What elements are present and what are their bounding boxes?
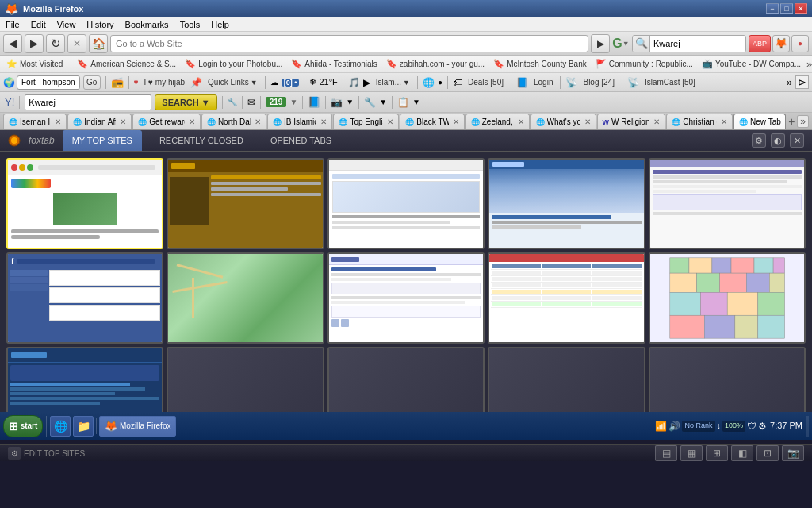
foxtab-tab-top-sites[interactable]: MY TOP SITES <box>63 130 142 151</box>
foxtab-color-button[interactable]: ◐ <box>771 133 785 148</box>
tab-close-12[interactable]: ✕ <box>785 117 786 126</box>
tab-overflow[interactable]: » <box>797 115 809 128</box>
search-engine-button[interactable]: G ▼ <box>612 35 630 52</box>
tab-close-10[interactable]: ✕ <box>653 117 660 126</box>
thumbnail-10[interactable] <box>649 252 806 344</box>
misc-tray-2[interactable]: ⚙ <box>758 421 767 432</box>
go-addon-button[interactable]: Go <box>83 75 101 90</box>
tab-christian[interactable]: 🌐 Christian ch... ✕ <box>666 114 733 129</box>
tab-close-3[interactable]: ✕ <box>189 117 195 126</box>
dropdown-arrow-2[interactable]: ▼ <box>346 98 354 106</box>
blog-btn[interactable]: Blog [24] <box>580 77 616 87</box>
deals-btn[interactable]: Deals [50] <box>465 77 506 87</box>
tab-close-1[interactable]: ✕ <box>55 117 61 126</box>
foxtab-tab-opened-tabs[interactable]: OPENED TABS <box>261 130 341 151</box>
kwarej-search-input[interactable] <box>25 94 151 110</box>
search-tools[interactable]: 🔧 <box>228 98 237 106</box>
bookmark-photobucket[interactable]: 🔖 Login to your Photobu... <box>182 58 285 70</box>
bookmark-ahiida[interactable]: 🔖 Ahiida - Testimonials <box>288 58 381 70</box>
tab-religion[interactable]: W W Religion in... ✕ <box>597 114 666 129</box>
thumbnail-5[interactable] <box>649 158 806 249</box>
search-button[interactable]: SEARCH ▼ <box>155 94 216 110</box>
taskbar-item-ie[interactable]: 🌐 <box>50 416 71 437</box>
tab-close-2[interactable]: ✕ <box>120 117 126 126</box>
home-button[interactable]: 🏠 <box>89 34 108 53</box>
network-icon[interactable]: 📶 <box>655 421 667 432</box>
search-input[interactable] <box>650 35 745 52</box>
taskbar-firefox-button[interactable]: 🦊 Mozilla Firefox <box>99 416 176 437</box>
addon-expand[interactable]: ⊳ <box>795 75 809 89</box>
menu-view[interactable]: View <box>55 20 79 29</box>
menu-file[interactable]: File <box>3 20 22 29</box>
addon-overflow[interactable]: » <box>787 76 792 88</box>
go-button[interactable]: ▶ <box>591 34 610 53</box>
bookmark-community[interactable]: 🚩 Community : Republic... <box>592 58 696 70</box>
tab-close-6[interactable]: ✕ <box>387 117 393 126</box>
stop-button[interactable]: ✕ <box>67 34 86 53</box>
thumbnail-3[interactable] <box>327 158 485 249</box>
tab-black[interactable]: 🌐 Black TWH... ✕ <box>400 114 464 129</box>
thumbnail-6[interactable]: f <box>6 252 163 344</box>
tab-north-dakota[interactable]: 🌐 North Dako... ✕ <box>201 114 266 129</box>
reload-button[interactable]: ↻ <box>46 34 65 53</box>
bookmark-youtube[interactable]: 📺 YouTube - DW Compa... <box>699 58 804 70</box>
address-bar[interactable] <box>110 35 588 52</box>
tab-close-5[interactable]: ✕ <box>320 117 327 126</box>
tab-close-11[interactable]: ✕ <box>721 117 727 126</box>
foxtab-settings-button[interactable]: ⚙ <box>752 133 766 148</box>
misc-tray-1[interactable]: 🛡 <box>747 421 756 432</box>
start-button[interactable]: ⊞ start <box>3 415 43 437</box>
tab-close-4[interactable]: ✕ <box>255 117 261 126</box>
bookmark-american-science[interactable]: 🔖 American Science & S... <box>74 58 179 70</box>
thumbnail-7[interactable] <box>167 252 324 344</box>
bookmark-most-visited[interactable]: ⭐ Most Visited <box>3 58 66 70</box>
thumbnail-1[interactable] <box>6 158 163 249</box>
foxtab-tab-recently-closed[interactable]: RECENTLY CLOSED <box>150 130 253 151</box>
dropdown-arrow-1[interactable]: ▼ <box>289 98 297 106</box>
tab-whats-your[interactable]: 🌐 What's your... ✕ <box>530 114 596 129</box>
login-btn[interactable]: Login <box>531 77 555 87</box>
restore-button[interactable]: □ <box>780 3 793 14</box>
view-btn-2[interactable]: ▦ <box>680 445 703 461</box>
view-btn-6[interactable]: 📷 <box>782 445 804 461</box>
thumbnail-2[interactable] <box>167 158 324 249</box>
view-btn-4[interactable]: ◧ <box>731 445 753 461</box>
islam-btn[interactable]: Islam... ▼ <box>373 77 412 87</box>
addon-btn-1[interactable]: 🦊 <box>772 35 790 52</box>
camera-icon[interactable]: 📷 <box>331 97 343 108</box>
view-btn-3[interactable]: ⊞ <box>706 445 728 461</box>
thumbnail-8[interactable] <box>327 252 485 344</box>
tab-top-english[interactable]: 🌐 Top English... ✕ <box>333 114 399 129</box>
bookmark-mcintosh[interactable]: 🔖 McIntosh County Bank <box>490 58 590 70</box>
menu-bookmarks[interactable]: Bookmarks <box>123 20 171 29</box>
show-desktop[interactable] <box>806 416 809 437</box>
thumbnail-4[interactable] <box>488 158 645 249</box>
menu-history[interactable]: History <box>84 20 116 29</box>
forward-button[interactable]: ▶ <box>25 34 44 53</box>
menu-edit[interactable]: Edit <box>29 20 48 29</box>
menu-help[interactable]: Help <box>209 20 232 29</box>
back-button[interactable]: ◀ <box>3 34 22 53</box>
taskbar-item-folder[interactable]: 📁 <box>73 416 94 437</box>
tab-close-8[interactable]: ✕ <box>518 117 524 126</box>
menu-tools[interactable]: Tools <box>178 20 203 29</box>
addon-red-button[interactable]: ABP <box>749 35 771 52</box>
dropdown-arrow-4[interactable]: ▼ <box>412 98 420 106</box>
thumbnail-9[interactable] <box>488 252 645 344</box>
addon-btn-2[interactable]: ● <box>791 35 809 52</box>
new-tab-button[interactable]: + <box>788 115 795 128</box>
bookmarks-overflow[interactable]: » <box>806 58 812 70</box>
view-btn-1[interactable]: ▤ <box>655 445 677 461</box>
location-box[interactable]: Fort Thompson <box>17 75 80 90</box>
clock[interactable]: 7:37 PM <box>770 420 802 432</box>
tab-close-9[interactable]: ✕ <box>584 117 591 126</box>
tab-indian[interactable]: 🌐 Indian Affai... ✕ <box>67 114 132 129</box>
close-button[interactable]: ✕ <box>795 3 807 14</box>
edit-top-sites-button[interactable]: ⚙ EDIT TOP SITES <box>8 447 85 460</box>
quicklinks-btn[interactable]: Quick Links ▼ <box>205 77 260 87</box>
misc-icon-1[interactable]: 🔧 <box>364 97 376 108</box>
hijab-link[interactable]: I ♥ my hijab <box>142 77 188 87</box>
tab-iseman[interactable]: 🌐 Iseman Ho... ✕ <box>3 114 67 129</box>
tab-zeeland[interactable]: 🌐 Zeeland, N... ✕ <box>465 114 530 129</box>
tab-ib-islamic[interactable]: 🌐 IB Islamic F... ✕ <box>267 114 332 129</box>
